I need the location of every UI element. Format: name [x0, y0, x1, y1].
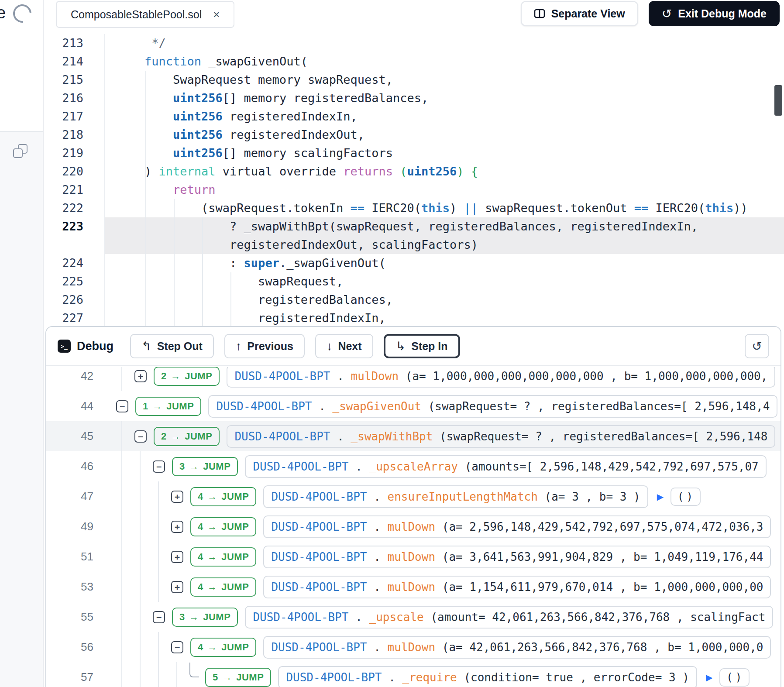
file-tab[interactable]: ComposableStablePool.sol × — [56, 1, 234, 28]
next-button[interactable]: ↓ Next — [315, 334, 373, 358]
call-arguments: (swapRequest= ? , registeredBalances=[ 2… — [433, 430, 767, 443]
indent-guide — [202, 217, 203, 327]
result-chip[interactable]: () — [719, 668, 750, 687]
call-pill[interactable]: DUSD-4POOL-BPT . _swapGivenOut (swapRequ… — [208, 395, 777, 418]
collapse-icon[interactable]: − — [116, 400, 128, 412]
line-number: 225 — [45, 272, 105, 291]
tree-indent — [116, 542, 171, 572]
contract-name: DUSD-4POOL-BPT — [271, 641, 367, 654]
separate-view-button[interactable]: Separate View — [521, 1, 638, 26]
line-number: 222 — [45, 199, 105, 217]
dot-separator: . — [367, 641, 388, 654]
call-pill[interactable]: DUSD-4POOL-BPT . mulDown (a= 3,641,563,9… — [263, 546, 771, 568]
call-arguments: (swapRequest= ? , registeredBalances=[ 2… — [421, 400, 770, 413]
trace-line-number: 56 — [69, 640, 93, 654]
terminal-icon: >_ — [58, 340, 71, 353]
expand-icon[interactable]: + — [171, 581, 183, 593]
jump-badge: 4→JUMP — [190, 547, 256, 567]
call-pill[interactable]: DUSD-4POOL-BPT . mulDown (a= 42,061,263,… — [263, 636, 771, 659]
code-line: 216 uint256[] memory registeredBalances, — [45, 89, 784, 107]
code-line: 225 swapRequest, — [45, 272, 784, 291]
call-pill[interactable]: DUSD-4POOL-BPT . mulDown (a= 1,154,611,9… — [263, 576, 771, 598]
call-arguments: (a= 42,061,263,566,842,376,768 , b= 1,00… — [435, 641, 763, 654]
call-pill[interactable]: DUSD-4POOL-BPT . _upscaleArray (amounts=… — [245, 455, 766, 478]
code-line: 221 return — [45, 181, 784, 199]
header-bar: ComposableStablePool.sol × Separate View… — [45, 0, 784, 32]
expand-icon[interactable]: + — [171, 521, 183, 533]
exit-debug-label: Exit Debug Mode — [678, 7, 767, 20]
previous-button[interactable]: ↑ Previous — [224, 334, 305, 358]
left-rail: e — [0, 0, 44, 687]
trace-line-number: 53 — [69, 580, 93, 594]
expand-icon[interactable]: + — [171, 491, 183, 503]
code-text: function _swapGivenOut( — [105, 52, 784, 71]
collapse-icon[interactable]: − — [153, 460, 165, 473]
partial-text: e — [0, 3, 6, 22]
jump-badge: 1→JUMP — [135, 397, 201, 416]
contract-name: DUSD-4POOL-BPT — [234, 430, 330, 443]
trace-line-number: 42 — [69, 369, 93, 383]
tree-indent — [116, 602, 153, 632]
trace-row: 44−1→JUMPDUSD-4POOL-BPT . _swapGivenOut … — [46, 391, 781, 421]
collapse-icon[interactable]: − — [134, 430, 147, 443]
split-view-icon — [534, 8, 545, 19]
tree-indent — [116, 632, 171, 662]
tree-guide-line — [158, 542, 159, 572]
debugger-screen: e ComposableStablePool.sol × Separat — [0, 0, 784, 687]
jump-depth-number: 3 — [179, 461, 185, 472]
expand-icon[interactable]: + — [134, 370, 147, 382]
trace-row: 42+2→JUMPDUSD-4POOL-BPT . mulDown (a= 1,… — [46, 367, 781, 391]
copy-icon[interactable] — [13, 144, 30, 161]
play-icon[interactable]: ▶ — [657, 491, 664, 502]
step-out-icon: ↰ — [141, 339, 151, 353]
scrollbar-thumb[interactable] — [774, 85, 782, 116]
arrow-down-icon: ↓ — [327, 340, 333, 353]
step-in-button[interactable]: ↳ Step In — [384, 334, 460, 358]
tree-guide-line — [158, 481, 159, 512]
call-pill[interactable]: DUSD-4POOL-BPT . _upscale (amount= 42,06… — [245, 606, 773, 629]
code-text: return — [105, 181, 784, 199]
function-name: mulDown — [388, 581, 436, 594]
expand-icon[interactable]: + — [171, 551, 183, 563]
next-label: Next — [338, 340, 361, 353]
code-text: swapRequest, — [105, 272, 784, 291]
collapse-icon[interactable]: − — [153, 611, 165, 623]
jump-depth-number: 2 — [161, 371, 166, 382]
function-name: _upscale — [369, 611, 424, 624]
step-out-button[interactable]: ↰ Step Out — [130, 334, 214, 358]
jump-badge: 2→JUMP — [154, 427, 220, 446]
code-line: 220 ) internal virtual override returns … — [45, 162, 784, 181]
dot-separator: . — [349, 611, 369, 624]
tree-indent — [116, 662, 189, 687]
contract-name: DUSD-4POOL-BPT — [234, 370, 330, 383]
dot-separator: . — [330, 370, 351, 383]
tree-indent — [116, 451, 153, 481]
collapse-icon[interactable]: − — [171, 641, 183, 653]
call-pill[interactable]: DUSD-4POOL-BPT . ensureInputLengthMatch … — [263, 485, 648, 508]
dot-separator: . — [367, 520, 388, 533]
jump-badge: 3→JUMP — [172, 457, 238, 476]
jump-depth-number: 4 — [198, 521, 203, 532]
tree-guide-line — [176, 662, 177, 687]
call-pill[interactable]: DUSD-4POOL-BPT . _require (condition= tr… — [278, 666, 697, 687]
trace-line-number: 44 — [69, 399, 93, 413]
exit-debug-mode-button[interactable]: ↺ Exit Debug Mode — [649, 1, 780, 26]
jump-label: JUMP — [185, 371, 212, 382]
code-line: 218 uint256 registeredIndexOut, — [45, 126, 784, 144]
restart-button[interactable]: ↺ — [745, 334, 769, 358]
code-text: : super._swapGivenOut( — [105, 254, 784, 272]
line-number — [45, 236, 105, 254]
tree-guide-line — [158, 572, 159, 602]
result-chip[interactable]: () — [671, 488, 701, 506]
line-number: 214 — [45, 52, 105, 71]
call-arguments: (a= 3,641,563,991,904,829 , b= 1,049,119… — [435, 550, 763, 563]
close-icon[interactable]: × — [213, 8, 220, 21]
call-pill[interactable]: DUSD-4POOL-BPT . _swapWithBpt (swapReque… — [227, 425, 775, 448]
contract-name: DUSD-4POOL-BPT — [271, 550, 367, 563]
call-arguments: (a= 2,596,148,429,542,792,697,575,074,47… — [435, 520, 763, 533]
call-pill[interactable]: DUSD-4POOL-BPT . mulDown (a= 2,596,148,4… — [263, 515, 771, 538]
call-pill[interactable]: DUSD-4POOL-BPT . mulDown (a= 1,000,000,0… — [227, 367, 775, 388]
jump-arrow-icon: → — [207, 521, 217, 532]
play-icon[interactable]: ▶ — [706, 672, 712, 683]
trace-rows: 42+2→JUMPDUSD-4POOL-BPT . mulDown (a= 1,… — [46, 367, 781, 687]
